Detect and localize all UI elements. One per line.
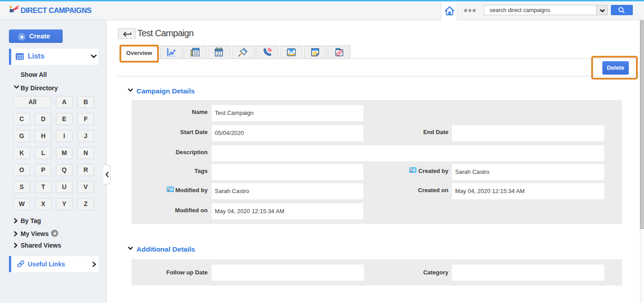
- svg-text:31: 31: [216, 50, 222, 56]
